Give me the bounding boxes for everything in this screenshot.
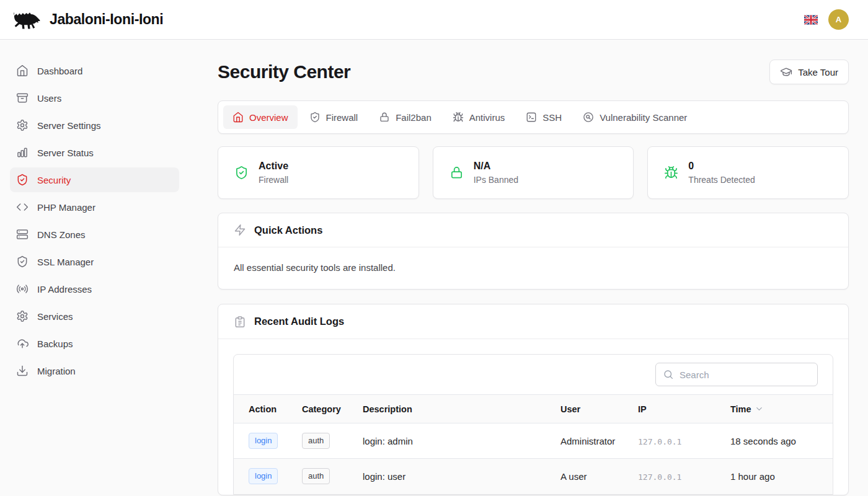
sidebar-item-label: Server Status [37,148,94,158]
status-card-firewall: Active Firewall [218,146,419,199]
sidebar-item-ssl-manager[interactable]: SSL Manager [10,249,179,274]
shield-check-icon [309,112,321,123]
status-label: Firewall [259,175,288,185]
audit-logs-table: Action Category Description User IP Time [234,394,833,494]
app-title: Jabaloni-Ioni-Ioni [50,11,163,28]
category-badge: auth [302,468,330,484]
tab-label: Fail2ban [396,112,432,123]
table-row[interactable]: login auth login: user A user 127.0.0.1 … [234,459,833,494]
lock-icon [450,166,464,180]
status-value: Active [259,161,288,172]
search-circle-icon [583,112,594,123]
shield-check-icon [234,166,249,180]
search-icon [663,369,674,380]
status-card-threats: 0 Threats Detected [647,146,849,199]
tab-fail2ban[interactable]: Fail2ban [370,105,441,129]
quick-actions-card: Quick Actions All essential security too… [218,213,849,290]
quick-actions-title: Quick Actions [254,224,322,236]
sidebar-item-server-settings[interactable]: Server Settings [10,113,179,138]
archive-box-icon [16,92,29,104]
audit-logs-table-widget: Action Category Description User IP Time [233,354,833,495]
column-header-time-label: Time [730,404,751,414]
user-cell: A user [560,459,638,494]
search-input[interactable] [680,370,810,380]
sidebar-item-label: DNS Zones [37,229,86,240]
action-badge: login [249,468,278,484]
cloud-upload-icon [16,337,29,350]
sidebar-item-label: Users [37,93,61,104]
sidebar-item-label: Security [37,175,71,185]
category-badge: auth [302,433,330,449]
description-cell: login: user [363,459,560,494]
tab-overview[interactable]: Overview [223,105,298,129]
boar-logo-icon [10,8,41,32]
download-icon [16,365,29,377]
sidebar-item-server-status[interactable]: Server Status [10,140,179,165]
graduation-cap-icon [780,66,792,78]
home-icon [232,112,244,123]
zap-icon [234,224,246,236]
sidebar-item-dashboard[interactable]: Dashboard [10,58,179,83]
sidebar-item-dns-zones[interactable]: DNS Zones [10,222,179,247]
user-avatar[interactable]: A [828,9,849,30]
column-header-time[interactable]: Time [730,395,833,423]
sidebar-item-security[interactable]: Security [10,167,179,192]
table-row[interactable]: login auth login: admin Administrator 12… [234,423,833,459]
bug-icon [664,166,678,180]
sidebar: Dashboard Users Server Settings Server S… [0,40,188,496]
action-badge: login [249,433,278,449]
tab-vulnerability-scanner[interactable]: Vulnerability Scanner [574,105,696,129]
sidebar-item-label: PHP Manager [37,202,95,213]
audit-logs-title: Recent Audit Logs [254,316,344,327]
quick-actions-message: All essential security tools are install… [218,247,848,289]
tab-label: Vulnerability Scanner [600,112,687,123]
take-tour-button[interactable]: Take Tour [769,60,849,84]
shield-check-icon [16,174,29,186]
search-box [655,363,818,386]
chevron-down-icon [755,404,764,414]
shield-check-icon [16,255,29,268]
column-header-description: Description [363,395,560,423]
sidebar-item-ip-addresses[interactable]: IP Addresses [10,277,179,301]
column-header-user: User [560,395,638,423]
column-header-ip: IP [638,395,730,423]
sidebar-item-label: Backups [37,339,73,349]
sidebar-item-migration[interactable]: Migration [10,358,179,383]
clipboard-list-icon [234,316,246,328]
security-tabs: Overview Firewall Fail2ban Antivirus SSH… [218,100,849,134]
tab-label: SSH [542,112,562,123]
sidebar-item-backups[interactable]: Backups [10,331,179,356]
uk-flag-icon[interactable] [804,15,818,25]
home-icon [16,64,29,77]
column-header-category: Category [302,395,363,423]
take-tour-label: Take Tour [798,67,838,78]
sidebar-item-php-manager[interactable]: PHP Manager [10,195,179,219]
app-header: Jabaloni-Ioni-Ioni A [0,0,868,40]
description-cell: login: admin [363,423,560,459]
status-label: IPs Banned [474,175,518,185]
status-label: Threats Detected [688,175,755,185]
radio-waves-icon [16,283,29,295]
gear-icon [16,310,29,322]
sidebar-item-services[interactable]: Services [10,304,179,329]
sidebar-item-label: IP Addresses [37,284,92,294]
time-cell: 18 seconds ago [730,423,833,459]
sidebar-item-label: Services [37,311,73,322]
status-value: N/A [474,161,518,172]
tab-antivirus[interactable]: Antivirus [443,105,515,129]
bar-chart-icon [16,146,29,159]
gear-icon [16,119,29,131]
tab-firewall[interactable]: Firewall [300,105,368,129]
status-value: 0 [688,161,755,172]
ip-cell: 127.0.0.1 [638,437,681,446]
tab-ssh[interactable]: SSH [516,105,571,129]
status-card-ips-banned: N/A IPs Banned [433,146,634,199]
main-content: Security Center Take Tour Overview Firew… [188,40,868,496]
column-header-action: Action [234,395,302,423]
sidebar-item-label: Migration [37,366,76,376]
tab-label: Antivirus [469,112,505,123]
user-cell: Administrator [560,423,638,459]
audit-logs-card: Recent Audit Logs [218,304,849,495]
code-icon [16,201,29,213]
sidebar-item-users[interactable]: Users [10,86,179,110]
